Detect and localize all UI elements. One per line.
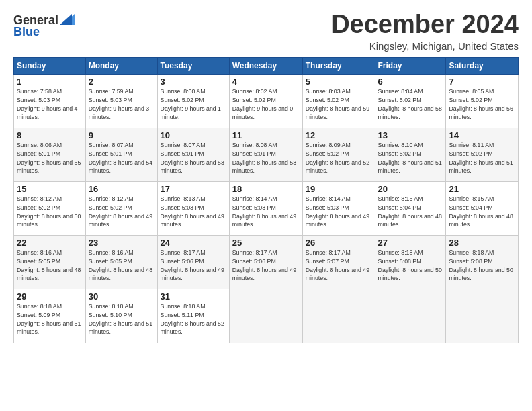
day-info: Sunrise: 8:03 AMSunset: 5:02 PMDaylight:… — [306, 88, 369, 121]
table-row: 1Sunrise: 7:58 AMSunset: 5:03 PMDaylight… — [14, 74, 86, 128]
table-row: 6Sunrise: 8:04 AMSunset: 5:02 PMDaylight… — [375, 74, 446, 128]
day-number: 29 — [17, 291, 83, 302]
day-number: 21 — [449, 184, 515, 194]
table-row: 30Sunrise: 8:18 AMSunset: 5:10 PMDayligh… — [85, 289, 157, 342]
day-info: Sunrise: 8:00 AMSunset: 5:02 PMDaylight:… — [161, 88, 221, 121]
day-info: Sunrise: 8:09 AMSunset: 5:02 PMDaylight:… — [306, 142, 369, 175]
table-row: 17Sunrise: 8:13 AMSunset: 5:03 PMDayligh… — [157, 181, 229, 235]
day-info: Sunrise: 8:16 AMSunset: 5:05 PMDaylight:… — [17, 249, 81, 282]
day-number: 1 — [17, 77, 83, 87]
day-number: 27 — [378, 238, 443, 248]
day-number: 30 — [89, 291, 154, 302]
table-row: 26Sunrise: 8:17 AMSunset: 5:07 PMDayligh… — [302, 235, 375, 289]
table-row: 27Sunrise: 8:18 AMSunset: 5:08 PMDayligh… — [375, 235, 446, 289]
table-row: 15Sunrise: 8:12 AMSunset: 5:02 PMDayligh… — [14, 181, 86, 235]
day-info: Sunrise: 8:06 AMSunset: 5:01 PMDaylight:… — [17, 142, 81, 175]
day-info: Sunrise: 8:18 AMSunset: 5:08 PMDaylight:… — [378, 249, 442, 282]
day-info: Sunrise: 7:58 AMSunset: 5:03 PMDaylight:… — [17, 88, 77, 121]
day-info: Sunrise: 8:12 AMSunset: 5:02 PMDaylight:… — [17, 195, 81, 228]
day-number: 24 — [161, 238, 226, 248]
table-row: 28Sunrise: 8:18 AMSunset: 5:08 PMDayligh… — [446, 235, 519, 289]
day-info: Sunrise: 8:10 AMSunset: 5:02 PMDaylight:… — [378, 142, 442, 175]
table-row: 9Sunrise: 8:07 AMSunset: 5:01 PMDaylight… — [85, 128, 157, 181]
table-row — [229, 289, 302, 342]
day-number: 25 — [232, 238, 300, 248]
table-row: 5Sunrise: 8:03 AMSunset: 5:02 PMDaylight… — [302, 74, 375, 128]
day-info: Sunrise: 8:05 AMSunset: 5:02 PMDaylight:… — [449, 88, 513, 121]
table-row: 31Sunrise: 8:18 AMSunset: 5:11 PMDayligh… — [157, 289, 229, 342]
day-number: 15 — [17, 184, 83, 194]
day-info: Sunrise: 8:18 AMSunset: 5:08 PMDaylight:… — [449, 249, 513, 282]
table-row: 4Sunrise: 8:02 AMSunset: 5:02 PMDaylight… — [229, 74, 302, 128]
table-row: 7Sunrise: 8:05 AMSunset: 5:02 PMDaylight… — [446, 74, 519, 128]
day-info: Sunrise: 8:13 AMSunset: 5:03 PMDaylight:… — [161, 195, 224, 228]
day-info: Sunrise: 8:02 AMSunset: 5:02 PMDaylight:… — [232, 88, 293, 121]
day-number: 26 — [306, 238, 372, 248]
day-info: Sunrise: 8:11 AMSunset: 5:02 PMDaylight:… — [449, 142, 513, 175]
day-info: Sunrise: 8:15 AMSunset: 5:04 PMDaylight:… — [449, 195, 513, 228]
day-number: 19 — [306, 184, 372, 194]
day-info: Sunrise: 8:07 AMSunset: 5:01 PMDaylight:… — [161, 142, 224, 175]
table-row: 10Sunrise: 8:07 AMSunset: 5:01 PMDayligh… — [157, 128, 229, 181]
day-number: 14 — [449, 130, 515, 140]
table-row: 11Sunrise: 8:08 AMSunset: 5:01 PMDayligh… — [229, 128, 302, 181]
day-info: Sunrise: 8:18 AMSunset: 5:11 PMDaylight:… — [161, 303, 224, 336]
day-info: Sunrise: 8:07 AMSunset: 5:01 PMDaylight:… — [89, 142, 152, 175]
day-info: Sunrise: 8:18 AMSunset: 5:10 PMDaylight:… — [89, 303, 152, 336]
day-number: 18 — [232, 184, 300, 194]
day-number: 9 — [89, 130, 154, 140]
table-row: 3Sunrise: 8:00 AMSunset: 5:02 PMDaylight… — [157, 74, 229, 128]
table-row: 12Sunrise: 8:09 AMSunset: 5:02 PMDayligh… — [302, 128, 375, 181]
day-number: 5 — [306, 77, 372, 87]
day-info: Sunrise: 8:08 AMSunset: 5:01 PMDaylight:… — [232, 142, 296, 175]
day-number: 16 — [89, 184, 154, 194]
day-number: 6 — [378, 77, 443, 87]
day-info: Sunrise: 8:16 AMSunset: 5:05 PMDaylight:… — [89, 249, 152, 282]
day-number: 22 — [17, 238, 83, 248]
day-number: 11 — [232, 130, 300, 140]
col-wednesday: Wednesday — [229, 57, 302, 74]
day-number: 3 — [161, 77, 226, 87]
day-info: Sunrise: 8:12 AMSunset: 5:02 PMDaylight:… — [89, 195, 152, 228]
col-friday: Friday — [375, 57, 446, 74]
day-info: Sunrise: 8:17 AMSunset: 5:06 PMDaylight:… — [232, 249, 296, 282]
table-row: 22Sunrise: 8:16 AMSunset: 5:05 PMDayligh… — [14, 235, 86, 289]
location: Kingsley, Michigan, United States — [331, 40, 519, 52]
day-info: Sunrise: 7:59 AMSunset: 5:03 PMDaylight:… — [89, 88, 149, 121]
table-row: 21Sunrise: 8:15 AMSunset: 5:04 PMDayligh… — [446, 181, 519, 235]
month-title: December 2024 — [331, 11, 519, 39]
day-info: Sunrise: 8:14 AMSunset: 5:03 PMDaylight:… — [232, 195, 296, 228]
day-number: 7 — [449, 77, 515, 87]
calendar-table: Sunday Monday Tuesday Wednesday Thursday… — [13, 57, 519, 343]
table-row: 14Sunrise: 8:11 AMSunset: 5:02 PMDayligh… — [446, 128, 519, 181]
calendar-header-row: Sunday Monday Tuesday Wednesday Thursday… — [14, 57, 519, 74]
day-number: 8 — [17, 130, 83, 140]
col-sunday: Sunday — [14, 57, 86, 74]
table-row: 24Sunrise: 8:17 AMSunset: 5:06 PMDayligh… — [157, 235, 229, 289]
table-row: 16Sunrise: 8:12 AMSunset: 5:02 PMDayligh… — [85, 181, 157, 235]
title-block: December 2024 Kingsley, Michigan, United… — [331, 11, 519, 52]
day-number: 10 — [161, 130, 226, 140]
col-tuesday: Tuesday — [157, 57, 229, 74]
logo-icon — [60, 14, 75, 26]
table-row — [302, 289, 375, 342]
table-row: 19Sunrise: 8:14 AMSunset: 5:03 PMDayligh… — [302, 181, 375, 235]
day-number: 23 — [89, 238, 154, 248]
table-row — [375, 289, 446, 342]
table-row: 13Sunrise: 8:10 AMSunset: 5:02 PMDayligh… — [375, 128, 446, 181]
table-row: 2Sunrise: 7:59 AMSunset: 5:03 PMDaylight… — [85, 74, 157, 128]
table-row: 18Sunrise: 8:14 AMSunset: 5:03 PMDayligh… — [229, 181, 302, 235]
col-thursday: Thursday — [302, 57, 375, 74]
day-info: Sunrise: 8:17 AMSunset: 5:06 PMDaylight:… — [161, 249, 224, 282]
col-monday: Monday — [85, 57, 157, 74]
day-number: 13 — [378, 130, 443, 140]
day-info: Sunrise: 8:17 AMSunset: 5:07 PMDaylight:… — [306, 249, 369, 282]
day-number: 4 — [232, 77, 300, 87]
table-row: 23Sunrise: 8:16 AMSunset: 5:05 PMDayligh… — [85, 235, 157, 289]
page: General Blue December 2024 Kingsley, Mic… — [0, 0, 532, 411]
header: General Blue December 2024 Kingsley, Mic… — [13, 11, 519, 52]
table-row: 29Sunrise: 8:18 AMSunset: 5:09 PMDayligh… — [14, 289, 86, 342]
day-number: 17 — [161, 184, 226, 194]
day-info: Sunrise: 8:04 AMSunset: 5:02 PMDaylight:… — [378, 88, 442, 121]
day-info: Sunrise: 8:14 AMSunset: 5:03 PMDaylight:… — [306, 195, 369, 228]
